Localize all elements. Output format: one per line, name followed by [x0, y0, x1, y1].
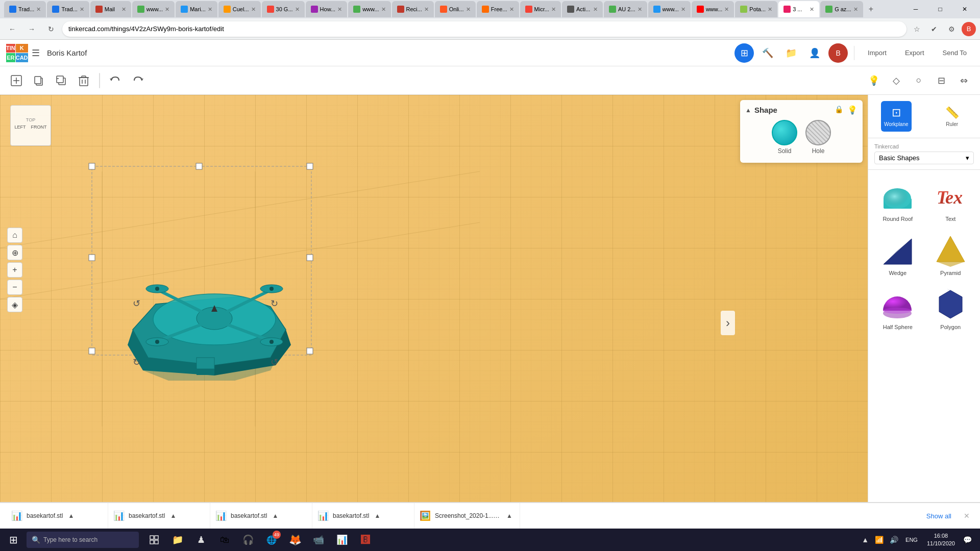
next-panel-arrow[interactable]: › [721, 311, 735, 335]
taskbar-powerpoint[interactable]: 📊 [331, 529, 353, 551]
taskbar-store[interactable]: 🛍 [213, 529, 236, 551]
download-item-1[interactable]: 📊 basekartof.stl ▲ [6, 503, 108, 529]
tab-10[interactable]: Reci... ✕ [392, 1, 434, 17]
light-bulb-icon[interactable]: 💡 [864, 70, 884, 91]
tab-close-15[interactable]: ✕ [638, 6, 642, 13]
bookmark-icon[interactable]: ☆ [910, 22, 924, 36]
tinkercad-logo[interactable]: TIN K ER CAD [6, 44, 24, 62]
ruler-button[interactable]: 📏 Ruler [937, 101, 967, 132]
viewport[interactable]: TOP LEFT FRONT ⌂ ⊕ + − ◈ [0, 95, 868, 551]
hammer-icon[interactable]: 🔨 [758, 43, 777, 63]
dl-arrow-4[interactable]: ▲ [374, 512, 380, 519]
solid-option[interactable]: Solid [772, 120, 797, 155]
shape-item-wedge[interactable]: Wedge [873, 229, 922, 279]
settings-icon[interactable]: ⚙ [944, 22, 959, 36]
circle-outline-icon[interactable]: ○ [909, 70, 929, 91]
tab-7[interactable]: 30 G... ✕ [262, 1, 305, 17]
tab-16[interactable]: www... ✕ [648, 1, 691, 17]
taskbar-headset[interactable]: 🎧 [237, 529, 259, 551]
tab-20[interactable]: G az... ✕ [820, 1, 863, 17]
tab-close-11[interactable]: ✕ [466, 6, 471, 13]
tab-close-13[interactable]: ✕ [551, 6, 556, 13]
tab-close-18[interactable]: ✕ [768, 6, 772, 13]
taskbar-sound-icon[interactable]: 🔊 [888, 534, 900, 546]
taskbar-notification-icon[interactable]: 💬 [961, 534, 974, 546]
close-download-bar-button[interactable]: ✕ [960, 510, 974, 522]
tab-close-10[interactable]: ✕ [424, 6, 429, 13]
shape-category-dropdown[interactable]: Basic Shapes ▾ [874, 152, 974, 164]
shape-item-text[interactable]: T e x Text [926, 175, 975, 225]
download-item-3[interactable]: 📊 basekartof.stl ▲ [210, 503, 312, 529]
tab-close-14[interactable]: ✕ [593, 6, 598, 13]
tab-11[interactable]: Onli... ✕ [435, 1, 476, 17]
hole-option[interactable]: Hole [805, 120, 831, 155]
taskbar-clock[interactable]: 16:08 11/10/2020 [923, 530, 959, 550]
tab-2[interactable]: Trad... ✕ [47, 1, 89, 17]
delete-button[interactable] [74, 70, 94, 91]
send-to-button[interactable]: Send To [936, 46, 974, 60]
dl-arrow-3[interactable]: ▲ [272, 512, 278, 519]
dl-arrow-2[interactable]: ▲ [170, 512, 176, 519]
shape-item-pyramid[interactable]: Pyramid [926, 229, 975, 279]
avatar-icon[interactable]: B [828, 43, 848, 63]
tab-close-17[interactable]: ✕ [724, 6, 729, 13]
tab-close-12[interactable]: ✕ [509, 6, 514, 13]
tab-12[interactable]: Free... ✕ [477, 1, 519, 17]
tab-close-9[interactable]: ✕ [381, 6, 386, 13]
home-button[interactable]: ⌂ [7, 228, 22, 243]
duplicate-button[interactable] [51, 70, 71, 91]
new-shape-button[interactable] [6, 70, 27, 91]
tab-4[interactable]: www... ✕ [132, 1, 175, 17]
tab-9[interactable]: www... ✕ [348, 1, 390, 17]
taskbar-wifi-icon[interactable]: 📶 [873, 534, 886, 546]
tab-8[interactable]: How... ✕ [306, 1, 348, 17]
import-button[interactable]: Import [861, 46, 894, 60]
tab-15[interactable]: AU 2... ✕ [604, 1, 647, 17]
tab-5[interactable]: Mari... ✕ [176, 1, 217, 17]
zoom-in-button[interactable]: + [7, 262, 22, 278]
taskbar-browser[interactable]: 🦊 [284, 529, 306, 551]
redo-button[interactable] [128, 70, 148, 91]
tab-close-8[interactable]: ✕ [337, 6, 342, 13]
grid-view-button[interactable]: ⊞ [734, 43, 754, 63]
start-button[interactable]: ⊞ [2, 529, 24, 551]
back-button[interactable]: ← [4, 21, 20, 37]
copy-button[interactable] [29, 70, 49, 91]
tab-close-2[interactable]: ✕ [80, 6, 84, 13]
show-all-button[interactable]: Show all [918, 508, 960, 524]
taskbar-steam[interactable]: ♟ [190, 529, 212, 551]
tab-close-3[interactable]: ✕ [121, 6, 126, 13]
menu-icon[interactable]: ☰ [32, 47, 40, 59]
tab-19[interactable]: 3 ... ✕ [778, 1, 819, 17]
tab-3[interactable]: Mail ✕ [90, 1, 131, 17]
mirror-icon[interactable]: ⇔ [953, 70, 974, 91]
tab-13[interactable]: Micr... ✕ [520, 1, 561, 17]
search-bar[interactable]: 🔍 Type here to search [27, 532, 139, 548]
tab-close-5[interactable]: ✕ [208, 6, 212, 13]
download-item-5[interactable]: 🖼️ Screenshot_2020-1....jpg ▲ [414, 503, 520, 529]
close-button[interactable]: ✕ [953, 0, 976, 18]
taskbar-file-explorer[interactable]: 📁 [166, 529, 189, 551]
grid-settings-icon[interactable]: ⊟ [931, 70, 951, 91]
view-cube[interactable]: TOP LEFT FRONT [10, 105, 56, 151]
taskbar-language[interactable]: ENG [902, 535, 921, 545]
shape-bulb-icon[interactable]: 💡 [847, 105, 857, 115]
maximize-button[interactable]: □ [929, 0, 951, 18]
minimize-button[interactable]: ─ [904, 0, 927, 18]
view-mode-button[interactable]: ◈ [7, 297, 22, 312]
new-tab-button[interactable]: + [864, 2, 878, 16]
download-item-2[interactable]: 📊 basekartof.stl ▲ [108, 503, 210, 529]
workplane-button[interactable]: ⊡ Workplane [881, 101, 912, 132]
tab-close-1[interactable]: ✕ [36, 6, 41, 13]
taskbar-network-icon[interactable]: ▲ [860, 534, 871, 546]
tab-14[interactable]: Acti... ✕ [562, 1, 603, 17]
tab-17[interactable]: www... ✕ [692, 1, 734, 17]
taskbar-task-view[interactable] [143, 529, 165, 551]
extension-icon[interactable]: ✔ [927, 22, 941, 36]
shape-outline-icon[interactable]: ◇ [886, 70, 906, 91]
tab-1[interactable]: Trad... ✕ [4, 1, 46, 17]
taskbar-icon-49[interactable]: 🌐 49 [260, 529, 283, 551]
shape-panel-collapse[interactable]: ▲ [745, 107, 751, 114]
refresh-button[interactable]: ↻ [43, 21, 59, 37]
tab-close-7[interactable]: ✕ [295, 6, 300, 13]
